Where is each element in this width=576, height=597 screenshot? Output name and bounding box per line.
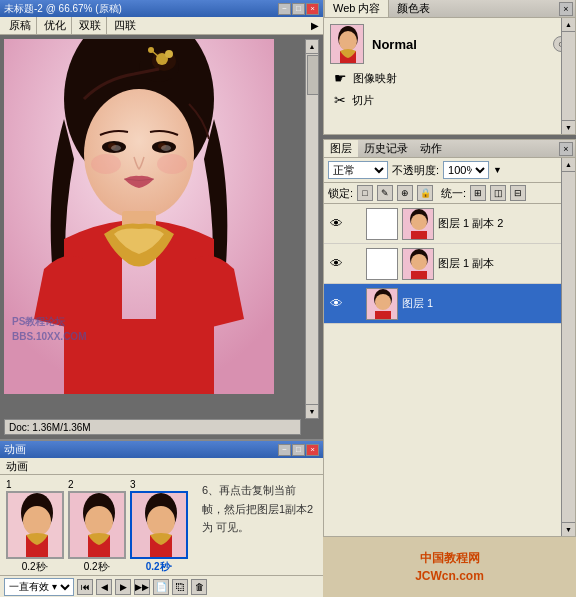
lock-all-btn[interactable]: 🔒 bbox=[417, 185, 433, 201]
anim-btn-play[interactable]: ▶ bbox=[115, 579, 131, 595]
anim-btn-next[interactable]: ▶▶ bbox=[134, 579, 150, 595]
tab-web-content[interactable]: Web 内容 bbox=[324, 0, 389, 17]
layer-eye-icon-2[interactable]: 👁 bbox=[328, 256, 344, 272]
web-scroll-down[interactable]: ▼ bbox=[562, 120, 575, 134]
layer-item-copy1[interactable]: 👁 图层 1 副本 bbox=[324, 244, 575, 284]
canvas-title-bar: 未标题-2 @ 66.67% (原稿) − □ × bbox=[0, 0, 323, 17]
svg-point-43 bbox=[411, 254, 427, 270]
tab-actions[interactable]: 动作 bbox=[414, 140, 448, 157]
frame-2-img bbox=[68, 491, 126, 559]
slice-label: 切片 bbox=[352, 93, 374, 108]
lock-position-btn[interactable]: ⊕ bbox=[397, 185, 413, 201]
layers-scroll-up[interactable]: ▲ bbox=[562, 158, 575, 172]
svg-rect-48 bbox=[375, 311, 391, 320]
tab-layers[interactable]: 图层 bbox=[324, 140, 358, 157]
layers-panel: 图层 历史记录 动作 × 正常 不透明度: 100% ▼ 锁定: □ ✎ bbox=[323, 139, 576, 537]
tab-2up[interactable]: 双联 bbox=[74, 17, 107, 34]
artwork-canvas: PS教程论坛 BBS.10XX.COM bbox=[4, 39, 274, 394]
web-content-panel: Web 内容 颜色表 × bbox=[323, 0, 576, 135]
svg-point-10 bbox=[161, 145, 171, 151]
anim-minimize-btn[interactable]: − bbox=[278, 444, 291, 456]
web-panel-header: Web 内容 颜色表 × bbox=[324, 0, 575, 18]
layer-chain-icon-1 bbox=[348, 217, 362, 231]
scroll-thumb[interactable] bbox=[307, 55, 319, 95]
tab-optimized[interactable]: 优化 bbox=[39, 17, 72, 34]
canvas-maximize-btn[interactable]: □ bbox=[292, 3, 305, 15]
tab-4up[interactable]: 四联 bbox=[109, 17, 141, 34]
scroll-up-btn[interactable]: ▲ bbox=[306, 40, 318, 54]
frame-3-img bbox=[130, 491, 188, 559]
layer-chain-icon-3 bbox=[348, 297, 362, 311]
opacity-label: 不透明度: bbox=[392, 163, 439, 178]
anim-panel-label: 动画 bbox=[6, 459, 28, 474]
unify-btn1[interactable]: ⊞ bbox=[470, 185, 486, 201]
anim-label-row: 动画 bbox=[0, 458, 323, 475]
web-scroll-up[interactable]: ▲ bbox=[562, 18, 575, 32]
frame-3-time: 0.2秒· bbox=[146, 560, 173, 574]
web-panel-close-btn[interactable]: × bbox=[559, 2, 573, 16]
frame-1-num: 1 bbox=[6, 479, 12, 490]
lock-image-btn[interactable]: ✎ bbox=[377, 185, 393, 201]
canvas-body: PS教程论坛 BBS.10XX.COM ▲ ▼ Doc: 1.36M/1.36M bbox=[0, 35, 323, 439]
anim-frame-3[interactable]: 3 0.2秒· bbox=[130, 479, 188, 574]
svg-point-13 bbox=[91, 154, 121, 174]
frame-3-num: 3 bbox=[130, 479, 136, 490]
anim-description: 6、再点击复制当前帧，然后把图层1副本2为 可见。 bbox=[194, 475, 323, 575]
right-watermark-text: 中国教程网 JCWcn.com bbox=[415, 549, 484, 585]
status-size: Doc: 1.36M/1.36M bbox=[9, 422, 91, 433]
submenu-arrow[interactable]: ▶ bbox=[311, 20, 319, 31]
layer-name-3: 图层 1 bbox=[402, 296, 571, 311]
canvas-vscrollbar[interactable]: ▲ ▼ bbox=[305, 39, 319, 419]
svg-rect-44 bbox=[411, 271, 427, 280]
svg-point-9 bbox=[111, 145, 121, 151]
layers-panel-close[interactable]: × bbox=[559, 142, 573, 156]
loop-select[interactable]: 一直有效 ▾ bbox=[4, 578, 74, 596]
svg-point-14 bbox=[157, 154, 187, 174]
lock-transparency-btn[interactable]: □ bbox=[357, 185, 373, 201]
scroll-down-btn[interactable]: ▼ bbox=[306, 404, 318, 418]
anim-close-btn[interactable]: × bbox=[306, 444, 319, 456]
layers-scrollbar[interactable]: ▲ ▼ bbox=[561, 158, 575, 536]
anim-btn-duplicate[interactable]: ⿻ bbox=[172, 579, 188, 595]
layer-item-base[interactable]: 👁 图层 1 bbox=[324, 284, 575, 324]
layer-eye-icon-1[interactable]: 👁 bbox=[328, 216, 344, 232]
opacity-arrow: ▼ bbox=[493, 165, 502, 175]
canvas-submenu: 原稿 优化 双联 四联 ▶ bbox=[0, 17, 323, 35]
anim-frame-1[interactable]: 1 0.2秒· bbox=[6, 479, 64, 574]
layer-thumb-4-img bbox=[402, 248, 434, 280]
canvas-close-btn[interactable]: × bbox=[306, 3, 319, 15]
lock-label: 锁定: bbox=[328, 186, 353, 201]
blend-mode-select[interactable]: 正常 bbox=[328, 161, 388, 179]
layer-thumb-3-white bbox=[366, 248, 398, 280]
anim-maximize-btn[interactable]: □ bbox=[292, 444, 305, 456]
layers-header: 图层 历史记录 动作 × bbox=[324, 140, 575, 158]
layers-scroll-down[interactable]: ▼ bbox=[562, 522, 575, 536]
layer-name-2: 图层 1 副本 bbox=[438, 256, 571, 271]
web-panel-scrollbar[interactable]: ▲ ▼ bbox=[561, 18, 575, 134]
anim-btn-delete[interactable]: 🗑 bbox=[191, 579, 207, 595]
layer-eye-icon-3[interactable]: 👁 bbox=[328, 296, 344, 312]
svg-point-18 bbox=[148, 47, 154, 53]
tab-color-table[interactable]: 颜色表 bbox=[389, 0, 438, 17]
canvas-status-bar: Doc: 1.36M/1.36M bbox=[4, 419, 301, 435]
canvas-title-text: 未标题-2 @ 66.67% (原稿) bbox=[4, 2, 122, 16]
hand-icon: ☛ bbox=[334, 70, 347, 86]
anim-frame-2[interactable]: 2 0.2秒· bbox=[68, 479, 126, 574]
anim-title-bar: 动画 − □ × bbox=[0, 441, 323, 458]
opacity-select[interactable]: 100% bbox=[443, 161, 489, 179]
svg-point-47 bbox=[375, 294, 391, 310]
anim-btn-prev[interactable]: ◀ bbox=[96, 579, 112, 595]
unify-btn2[interactable]: ◫ bbox=[490, 185, 506, 201]
tab-original[interactable]: 原稿 bbox=[4, 17, 37, 34]
layer-item-copy2[interactable]: 👁 图层 1 副本 2 bbox=[324, 204, 575, 244]
layer-chain-icon-2 bbox=[348, 257, 362, 271]
animation-panel: 动画 − □ × 动画 1 bbox=[0, 439, 323, 597]
tab-history[interactable]: 历史记录 bbox=[358, 140, 414, 157]
slice-icon: ✂ bbox=[334, 92, 346, 108]
svg-point-16 bbox=[165, 50, 173, 58]
anim-btn-new[interactable]: 📄 bbox=[153, 579, 169, 595]
svg-point-29 bbox=[147, 506, 175, 536]
unify-btn3[interactable]: ⊟ bbox=[510, 185, 526, 201]
anim-btn-first[interactable]: ⏮ bbox=[77, 579, 93, 595]
canvas-minimize-btn[interactable]: − bbox=[278, 3, 291, 15]
